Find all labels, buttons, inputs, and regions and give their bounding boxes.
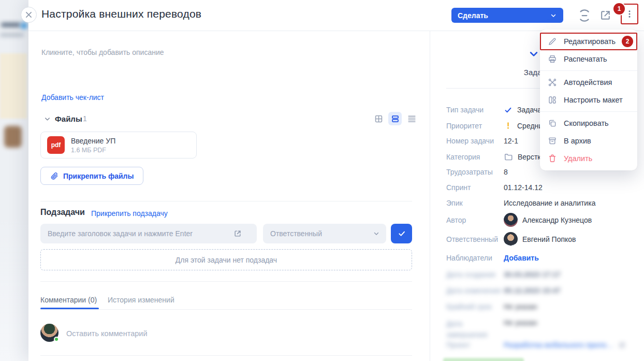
menu-item-automations[interactable]: Автодействия <box>540 74 637 91</box>
field-label: Проект <box>446 341 504 349</box>
tab-comments[interactable]: Комментарии (0) <box>40 296 97 304</box>
attach-files-button[interactable]: Прикрепить файлы <box>40 167 143 185</box>
file-card[interactable]: pdf Введение УП 1.6 МБ PDF <box>40 132 197 158</box>
field-label: Номер задачи <box>446 137 504 145</box>
open-in-new-icon[interactable] <box>618 341 626 349</box>
menu-item-archive[interactable]: В архив <box>540 132 637 150</box>
tabs-divider <box>40 309 412 310</box>
field-watchers: Наблюдатели Добавить <box>446 254 639 262</box>
page-title: Настройка внешних переводов <box>41 8 201 20</box>
field-value: 30.03.2023 17:17 <box>504 270 561 279</box>
annotation-step-2-badge: 2 <box>622 36 633 47</box>
menu-item-label: В архив <box>564 137 591 145</box>
tab-history[interactable]: История изменений <box>108 296 174 304</box>
archive-icon <box>548 136 557 146</box>
field-value: 12-1 <box>504 137 518 145</box>
menu-item-label: Редактировать <box>564 37 616 46</box>
open-in-new-icon[interactable] <box>598 8 612 22</box>
attach-subtask-link[interactable]: Прикрепить подзадачу <box>91 209 168 218</box>
description-placeholder[interactable]: Кликните, чтобы добавить описание <box>41 48 164 56</box>
field-assignee[interactable]: Ответственный Евгений Попков <box>446 232 639 246</box>
subtasks-title: Подзадачи <box>40 208 85 217</box>
close-icon <box>25 11 32 18</box>
files-view-switcher <box>372 112 418 125</box>
close-button[interactable] <box>21 7 37 23</box>
field-value: 01.12-14.12 <box>504 183 543 192</box>
attach-files-label: Прикрепить файлы <box>63 172 134 180</box>
divider <box>40 281 412 282</box>
menu-item-delete[interactable]: Удалить <box>540 150 637 167</box>
files-count: 1 <box>83 114 87 123</box>
chevron-down-icon <box>373 230 380 237</box>
menu-divider <box>540 70 637 71</box>
field-updated-date: Дата изменения 05.12.2023 15:47 <box>446 286 639 295</box>
menu-item-label: Скопировать <box>564 119 609 127</box>
field-value: Исследование и аналитика <box>504 199 595 207</box>
field-epic[interactable]: Эпик Исследование и аналитика <box>446 199 639 207</box>
field-label: Крайний срок <box>446 302 504 311</box>
menu-item-label: Распечатать <box>564 55 607 63</box>
add-checklist-link[interactable]: Добавить чек-лист <box>41 93 104 102</box>
menu-item-label: Настроить макет <box>564 96 623 104</box>
menu-item-print[interactable]: Распечатать <box>540 50 637 68</box>
field-value: 05.12.2023 15:47 <box>504 286 561 295</box>
field-label: Тип задачи <box>446 106 504 114</box>
kebab-icon <box>625 8 634 20</box>
files-section-title: Файлы <box>55 114 82 123</box>
field-value: Не указан <box>504 319 537 327</box>
field-label: Приоритет <box>446 122 504 130</box>
background-board <box>0 0 29 361</box>
subtask-assignee-select[interactable]: Ответственный <box>263 224 386 243</box>
divider <box>40 355 412 356</box>
check-icon <box>398 229 406 238</box>
menu-divider <box>540 111 637 112</box>
menu-item-edit[interactable]: Редактировать 2 <box>540 33 637 50</box>
subtasks-empty-state: Для этой задачи нет подзадач <box>40 249 412 270</box>
menu-item-label: Удалить <box>564 154 592 163</box>
project-link[interactable]: Разработка мобильного прило… <box>504 341 614 349</box>
sidebar-divider <box>430 31 430 361</box>
priority-exclamation-icon <box>504 121 513 130</box>
field-label: Категория <box>446 153 504 161</box>
do-action-button[interactable]: Сделать <box>451 8 563 23</box>
file-meta: 1.6 МБ PDF <box>71 147 115 154</box>
chevron-down-icon <box>550 12 557 19</box>
comment-input-placeholder[interactable]: Оставить комментарий <box>66 329 147 338</box>
printer-icon <box>548 54 557 64</box>
grid-view-icon[interactable] <box>372 112 385 125</box>
copy-link-icon[interactable] <box>577 8 592 23</box>
divider <box>40 201 412 201</box>
field-sprint[interactable]: Спринт 01.12-14.12 <box>446 183 639 192</box>
do-action-label: Сделать <box>458 11 550 20</box>
assignee-avatar <box>504 232 518 246</box>
menu-item-copy[interactable]: Скопировать <box>540 114 637 132</box>
online-status-dot <box>54 337 59 342</box>
field-label: Дата создания <box>446 270 504 279</box>
sidebar-collapse-chevron-icon[interactable] <box>528 49 540 59</box>
create-subtask-button[interactable] <box>391 224 412 243</box>
expand-subtask-icon[interactable] <box>233 229 242 238</box>
task-type-check-icon <box>504 106 513 114</box>
task-modal-screen: Настройка внешних переводов Сделать 1 Кл… <box>0 0 644 361</box>
trash-icon <box>548 154 557 163</box>
blurred-tag <box>443 358 524 361</box>
subtask-title-input[interactable] <box>40 224 257 243</box>
menu-item-configure-layout[interactable]: Настроить макет <box>540 91 637 109</box>
field-label: Ответственный <box>446 235 504 243</box>
field-label: Автор <box>446 216 504 224</box>
add-watcher-link[interactable]: Добавить <box>504 254 539 262</box>
card-view-icon[interactable] <box>388 112 402 125</box>
field-due-date: Крайний срок Не указан <box>446 302 639 311</box>
list-view-icon[interactable] <box>405 112 418 125</box>
field-value: Александр Кузнецов <box>522 216 592 224</box>
copy-icon <box>548 119 557 128</box>
field-finished-date: Дата завершения Не указан <box>446 319 639 340</box>
field-label: Спринт <box>446 183 504 192</box>
layout-icon <box>548 95 557 105</box>
author-avatar <box>504 213 518 227</box>
annotation-step-1-badge: 1 <box>613 3 625 15</box>
files-collapse-chevron-icon[interactable] <box>43 115 51 123</box>
file-name: Введение УП <box>71 137 115 145</box>
field-label: Наблюдатели <box>446 254 504 262</box>
field-author[interactable]: Автор Александр Кузнецов <box>446 213 639 227</box>
